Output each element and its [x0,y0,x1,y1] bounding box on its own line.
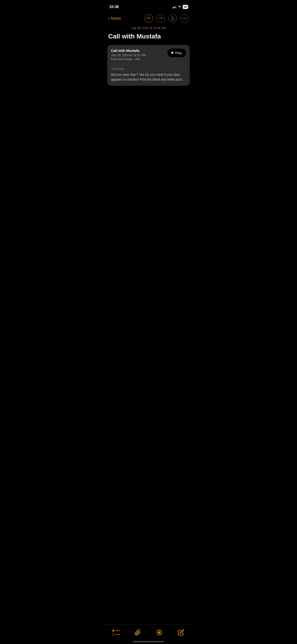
redo-button[interactable] [156,14,165,22]
nav-actions [144,14,189,22]
svg-point-2 [184,18,185,19]
recording-date: July 29, 2024 at 10:32 PM [111,54,146,57]
status-icons: 59 [172,5,188,9]
recording-type: FaceTime Audio · 29s [111,57,146,61]
signal-icon [172,6,176,8]
play-label: Play [175,51,182,55]
note-date: July 29, 2024 at 10:36 PM [104,25,194,32]
nav-bar: ‹ Notes [104,12,194,25]
transcript-divider [111,64,186,64]
recording-info: Call with Mustafa July 29, 2024 at 10:32… [111,48,146,61]
wifi-icon [178,5,182,9]
status-time: 10:36 [109,4,119,9]
undo-button[interactable] [144,14,153,22]
battery-icon: 59 [183,5,188,9]
recording-header: Call with Mustafa July 29, 2024 at 10:32… [111,48,186,61]
back-chevron-icon: ‹ [108,16,110,21]
play-button[interactable]: Play [168,48,186,57]
recording-title: Call with Mustafa [111,48,146,52]
transcript-text: Did you hear that ? Yes Do you mind if y… [111,72,186,82]
svg-point-3 [186,18,186,19]
note-title: Call with Mustafa [104,32,194,45]
more-button[interactable] [180,14,189,22]
recording-card: Call with Mustafa July 29, 2024 at 10:32… [107,45,190,86]
back-button[interactable]: ‹ Notes [108,16,121,21]
back-label: Notes [111,16,121,21]
share-button[interactable] [168,14,177,22]
transcript-label: Transcript [111,67,186,70]
play-triangle-icon [172,51,174,54]
status-bar: 10:36 59 [104,0,194,12]
svg-point-1 [183,18,184,19]
